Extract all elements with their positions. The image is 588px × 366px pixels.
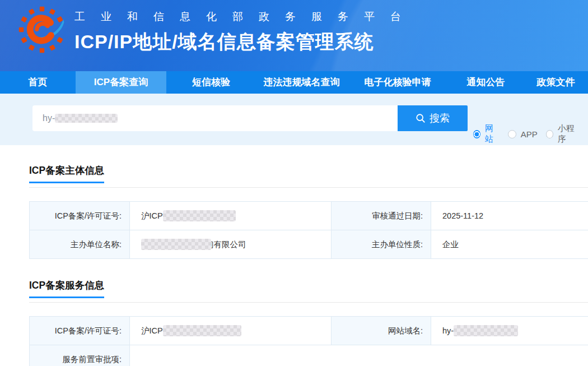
organizer-name-label: 主办单位名称: xyxy=(30,230,130,259)
search-button[interactable]: 搜索 xyxy=(398,105,468,131)
website-domain-value: hy- xyxy=(431,317,588,345)
search-icon xyxy=(416,113,426,123)
service-icp-license-label: ICP备案/许可证号: xyxy=(30,317,130,345)
organizer-name-value: 询有限公司 xyxy=(130,230,332,259)
redacted-license-blur xyxy=(163,210,236,221)
nav-item-icp-query[interactable]: ICP备案查询 xyxy=(76,71,166,94)
search-input[interactable]: hy- xyxy=(32,105,398,131)
subject-info-table: ICP备案/许可证号: 沪ICP 审核通过日期: 2025-11-12 主办单位… xyxy=(29,201,588,259)
icp-license-label: ICP备案/许可证号: xyxy=(30,202,130,230)
search-band: hy- 搜索 网站 APP 小程序 xyxy=(0,94,588,145)
service-section-title: ICP备案服务信息 xyxy=(29,279,104,298)
approval-date-label: 审核通过日期: xyxy=(332,202,431,230)
icp-license-prefix: 沪ICP xyxy=(141,211,163,220)
search-query-text: hy- xyxy=(43,113,55,123)
service-info-table: ICP备案/许可证号: 沪ICP 网站域名: hy- 服务前置审批项: xyxy=(29,316,588,366)
subject-section-title: ICP备案主体信息 xyxy=(29,164,104,183)
nav-item-notices[interactable]: 通知公告 xyxy=(448,71,524,94)
radio-miniprogram-label: 小程序 xyxy=(558,123,580,145)
redacted-name-blur xyxy=(141,239,211,250)
table-row: ICP备案/许可证号: 沪ICP 网站域名: hy- xyxy=(30,317,588,345)
site-header: 工业和信息化部政务服务平台 ICP/IP地址/域名信息备案管理系统 xyxy=(0,0,588,71)
table-row: ICP备案/许可证号: 沪ICP 审核通过日期: 2025-11-12 xyxy=(30,202,588,230)
system-title: ICP/IP地址/域名信息备案管理系统 xyxy=(74,29,417,55)
icp-license-value: 沪ICP xyxy=(130,202,332,230)
section-divider xyxy=(29,302,588,303)
radio-app-circle xyxy=(508,130,516,138)
nav-item-home[interactable]: 首页 xyxy=(0,71,76,94)
table-row: 服务前置审批项: xyxy=(30,345,588,366)
website-domain-label: 网站域名: xyxy=(332,317,431,345)
organizer-nature-value: 企业 xyxy=(431,230,588,259)
subject-info-section: ICP备案主体信息 ICP备案/许可证号: 沪ICP 审核通过日期: 2025-… xyxy=(29,164,588,259)
section-divider xyxy=(29,187,588,188)
website-domain-prefix: hy- xyxy=(442,326,454,335)
radio-miniprogram-circle xyxy=(546,130,553,138)
nav-item-policy-docs[interactable]: 政策文件 xyxy=(524,71,588,94)
radio-app[interactable]: APP xyxy=(508,129,538,139)
nav-item-illegal-domain-query[interactable]: 违法违规域名查询 xyxy=(256,71,347,94)
radio-website-label: 网站 xyxy=(485,123,500,145)
pre-approval-value xyxy=(130,345,588,366)
radio-website[interactable]: 网站 xyxy=(473,123,500,145)
service-info-section: ICP备案服务信息 ICP备案/许可证号: 沪ICP 网站域名: hy- 服务前… xyxy=(29,279,588,366)
redacted-domain-blur xyxy=(454,325,518,336)
radio-website-circle xyxy=(473,130,480,138)
radio-app-label: APP xyxy=(521,129,538,139)
service-icp-license-prefix: 沪ICP xyxy=(141,326,163,335)
platform-title: 工业和信息化部政务服务平台 xyxy=(74,10,417,24)
nav-item-e-verify-apply[interactable]: 电子化核验申请 xyxy=(347,71,448,94)
service-icp-license-value: 沪ICP xyxy=(130,317,332,345)
radio-miniprogram[interactable]: 小程序 xyxy=(546,123,580,145)
approval-date-value: 2025-11-12 xyxy=(431,202,588,230)
miit-gear-logo xyxy=(18,6,66,53)
table-row: 主办单位名称: 询有限公司 主办单位性质: 企业 xyxy=(30,230,588,259)
organizer-name-suffix: 询有限公司 xyxy=(206,240,246,249)
organizer-nature-label: 主办单位性质: xyxy=(332,230,431,259)
pre-approval-label: 服务前置审批项: xyxy=(30,345,130,366)
search-button-label: 搜索 xyxy=(430,112,450,125)
redacted-query-blur xyxy=(55,114,118,123)
search-type-options: 网站 APP 小程序 xyxy=(473,123,588,145)
nav-item-sms-verify[interactable]: 短信核验 xyxy=(166,71,256,94)
main-nav: 首页 ICP备案查询 短信核验 违法违规域名查询 电子化核验申请 通知公告 政策… xyxy=(0,71,588,94)
redacted-service-license-blur xyxy=(163,325,241,336)
